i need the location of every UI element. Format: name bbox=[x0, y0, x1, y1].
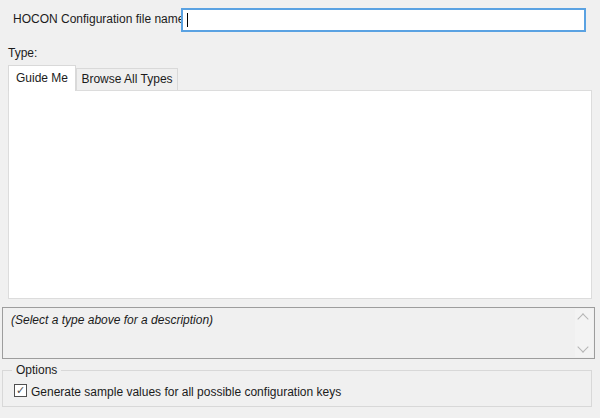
description-scrollbar[interactable] bbox=[575, 309, 593, 357]
chevron-up-icon[interactable] bbox=[577, 313, 588, 324]
generate-samples-label: Generate sample values for all possible … bbox=[31, 385, 341, 399]
type-label: Type: bbox=[8, 46, 37, 60]
guide-me-tab-panel bbox=[8, 90, 592, 299]
checkmark-icon: ✓ bbox=[16, 384, 25, 396]
tab-browse-all-types[interactable]: Browse All Types bbox=[76, 68, 178, 90]
tab-guide-me[interactable]: Guide Me bbox=[8, 65, 76, 91]
chevron-down-icon[interactable] bbox=[577, 341, 588, 352]
generate-samples-checkbox[interactable]: ✓ bbox=[14, 384, 27, 397]
description-placeholder-text: (Select a type above for a description) bbox=[11, 313, 213, 327]
filename-label: HOCON Configuration file name: bbox=[13, 12, 188, 26]
hocon-config-dialog: HOCON Configuration file name: Type: Gui… bbox=[0, 0, 600, 418]
type-description-box: (Select a type above for a description) bbox=[2, 307, 595, 359]
filename-input[interactable] bbox=[181, 8, 586, 32]
options-group-label: Options bbox=[12, 363, 61, 377]
text-caret-icon bbox=[187, 13, 188, 27]
